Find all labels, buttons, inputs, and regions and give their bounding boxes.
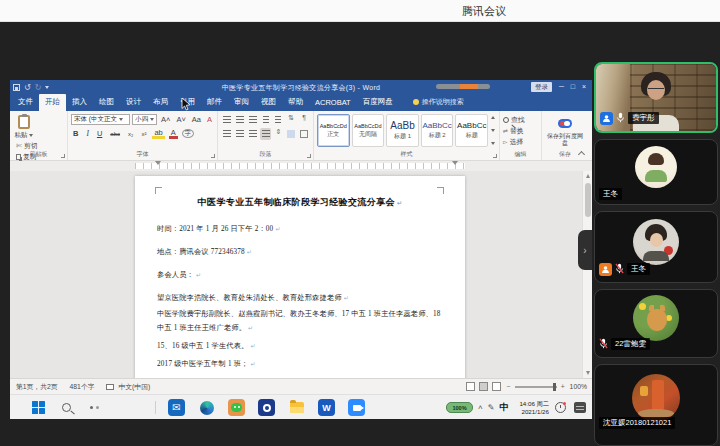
start-button[interactable] [30,399,47,416]
restore-icon[interactable]: □ [571,82,575,92]
tab-baidu-netdisk[interactable]: 百度网盘 [357,94,399,111]
enclose-characters-button[interactable]: 字 [182,129,194,138]
paragraph-attendees-header[interactable]: 参会人员： [157,268,443,282]
tab-review[interactable]: 审阅 [228,94,255,111]
task-view-button[interactable] [86,399,103,416]
highlight-color-button[interactable]: ab [152,128,164,139]
web-layout-icon[interactable] [492,382,501,391]
word-app-icon[interactable]: W [318,399,335,416]
pen-icon[interactable]: ✎ [488,403,495,412]
proofing-icon[interactable] [106,384,114,390]
blue-app-icon[interactable] [258,399,275,416]
participant-tile[interactable]: 王冬 [594,211,718,283]
language-indicator[interactable]: 中文(中国) [118,382,150,392]
tab-mailings[interactable]: 邮件 [201,94,228,111]
participant-tile[interactable]: 费宇彤 [594,62,718,133]
styles-scroll-down-icon[interactable] [491,129,495,132]
paragraph-dialog-launcher[interactable] [307,154,311,158]
decrease-indent-button[interactable] [260,114,272,126]
style-title[interactable]: AaBbCc 标题 [455,114,488,147]
save-to-baidu-button[interactable]: 保存到百度网盘 [545,114,585,147]
bold-button[interactable]: B [71,128,80,139]
italic-button[interactable]: I [84,128,91,139]
paragraph-students[interactable]: 15、16 级中五 1 学生代表。 [157,339,443,353]
styles-gallery-more-icon[interactable] [491,142,495,145]
battery-indicator[interactable]: 100% [446,402,473,413]
tencent-meeting-app-icon[interactable] [348,399,365,416]
paragraph-attendees-1[interactable]: 望京医院李浩院长、教育处朱清处长、教育处邢森捷老师 [157,291,443,305]
ime-indicator[interactable]: 中 [499,401,508,414]
shrink-font-button[interactable]: A˅ [174,114,187,125]
find-button[interactable]: 查找 [503,114,538,125]
vertical-scrollbar[interactable] [582,171,592,378]
edge-app-icon[interactable] [198,399,215,416]
paste-button[interactable]: 粘贴 [13,114,35,140]
tab-layout[interactable]: 布局 [147,94,174,111]
page-indicator[interactable]: 第1页，共2页 [16,382,58,392]
clipboard-dialog-launcher[interactable] [61,154,65,158]
horizontal-ruler[interactable] [10,161,592,171]
zoom-slider[interactable] [515,386,557,388]
participant-tile[interactable]: 22雷鲍雯 [594,289,718,358]
style-heading-2[interactable]: AaBbCc 标题 2 [421,114,454,147]
paragraph-class-2017[interactable]: 2017 级中医学五年制 1 班； [157,357,443,371]
font-dialog-launcher[interactable] [211,154,215,158]
subscript-button[interactable]: x₂ [126,128,135,139]
document-canvas[interactable]: 中医学专业五年制临床阶段学习经验交流分享会 时间：2021 年 1 月 26 日… [10,171,582,378]
strikethrough-button[interactable]: abc [108,128,122,139]
tab-view[interactable]: 视图 [255,94,282,111]
font-color-button[interactable]: A [169,128,178,139]
select-button[interactable]: ▻选择 [503,136,538,147]
zoom-in-icon[interactable]: + [561,383,565,390]
superscript-button[interactable]: x² [139,128,148,139]
styles-dialog-launcher[interactable] [493,154,497,158]
alarm-tray-icon[interactable] [555,402,566,413]
font-size-combo[interactable]: 小四 [132,114,157,125]
underline-button[interactable]: U [95,128,104,139]
numbering-button[interactable] [234,114,246,126]
mail-app-icon[interactable]: ✉ [168,399,185,416]
grow-font-button[interactable]: A˄ [159,114,172,125]
line-spacing-button[interactable]: ⇕ [272,128,284,140]
increase-indent-button[interactable] [272,114,284,126]
shading-button[interactable] [285,128,297,140]
show-marks-button[interactable]: ¶ [298,114,310,126]
paragraph-time[interactable]: 时间：2021 年 1 月 26 日下午 2：00 [157,222,443,236]
justify-button[interactable] [260,128,272,140]
zoom-slider-thumb[interactable] [553,383,556,391]
align-left-button[interactable] [221,128,233,140]
font-name-combo[interactable]: 宋体 (中文正文 [71,114,130,125]
tab-draw[interactable]: 绘图 [93,94,120,111]
document-page[interactable]: 中医学专业五年制临床阶段学习经验交流分享会 时间：2021 年 1 月 26 日… [135,176,465,378]
clock[interactable]: 14:06 周二 2021/1/26 [519,400,549,415]
change-case-button[interactable]: Aa [190,114,203,125]
align-right-button[interactable] [247,128,259,140]
bullets-button[interactable] [221,114,233,126]
tab-design[interactable]: 设计 [120,94,147,111]
participant-tile[interactable]: 沈亚媛20180121021 [594,364,718,446]
taskbar-search-button[interactable] [58,399,75,416]
borders-button[interactable] [298,128,310,140]
tab-acrobat[interactable]: ACROBAT [309,95,357,111]
scroll-up-icon[interactable] [586,174,590,178]
multilevel-list-button[interactable] [247,114,259,126]
file-explorer-icon[interactable] [288,399,305,416]
zoom-out-icon[interactable]: − [507,383,511,390]
document-heading[interactable]: 中医学专业五年制临床阶段学习经验交流分享会 [135,196,465,209]
indent-marker-left[interactable] [155,161,161,165]
paragraph-place[interactable]: 地点：腾讯会议 772346378 [157,245,443,259]
replace-button[interactable]: ⇄替换 [503,125,538,136]
tab-insert[interactable]: 插入 [66,94,93,111]
wechat-app-icon-active[interactable] [228,399,245,416]
clear-formatting-button[interactable]: A [205,114,214,125]
scroll-down-icon[interactable] [586,371,590,375]
tab-home[interactable]: 开始 [39,94,66,111]
tab-file[interactable]: 文件 [12,94,39,111]
hidden-icons-chevron[interactable]: ˄ [478,403,483,412]
style-no-spacing[interactable]: AaBbCcDd 无间隔 [352,114,385,147]
word-count[interactable]: 481个字 [70,382,95,392]
style-normal[interactable]: AaBbCcDd 正文 [317,114,350,147]
align-center-button[interactable] [234,128,246,140]
sidebar-collapse-handle[interactable]: › [578,230,592,270]
sort-button[interactable]: ⇅ [285,114,297,126]
